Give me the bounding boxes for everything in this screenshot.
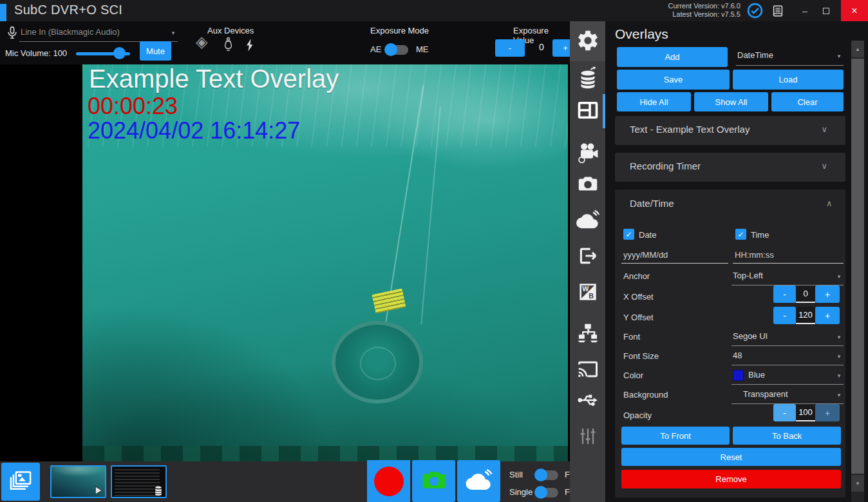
exposure-mode-toggle[interactable] — [386, 45, 408, 55]
opacity-value[interactable]: 100 — [796, 404, 815, 421]
top-toolbar: Line In (Blackmagic Audio) ▼ Mic Volume:… — [0, 21, 570, 64]
load-overlays-button[interactable]: Load — [733, 70, 844, 90]
maximize-button[interactable] — [815, 0, 837, 21]
still-toggle[interactable] — [536, 470, 558, 480]
chevron-down-icon: ▼ — [171, 30, 176, 36]
exposure-value-minus-button[interactable]: - — [495, 39, 525, 57]
x-offset-value[interactable]: 0 — [796, 285, 815, 303]
date-checkbox[interactable]: ✓ — [623, 229, 634, 240]
to-back-button[interactable]: To Back — [733, 427, 841, 445]
y-offset-value[interactable]: 120 — [796, 307, 815, 324]
aux-strobe-icon[interactable] — [244, 36, 256, 54]
sidebar-item-network[interactable] — [570, 320, 605, 349]
icon-sidebar: WB — [570, 21, 605, 502]
gear-icon — [576, 28, 600, 55]
exposure-mode-toggle-knob — [384, 43, 397, 56]
sidebar-item-adjustments[interactable] — [570, 423, 605, 452]
sidebar-item-video-settings[interactable] — [570, 140, 605, 168]
chevron-down-icon: ∨ — [821, 161, 827, 171]
sidebar-item-white-balance[interactable]: WB — [570, 279, 605, 307]
scrollbar-down-arrow[interactable]: ▼ — [851, 475, 864, 492]
video-clip-thumbnail[interactable] — [50, 465, 106, 498]
opacity-plus-button[interactable]: + — [815, 404, 840, 421]
audio-input-value: Line In (Blackmagic Audio) — [21, 27, 120, 37]
database-icon — [153, 485, 164, 496]
chevron-down-icon: ▼ — [836, 373, 842, 379]
sidebar-item-snapshot[interactable] — [570, 171, 605, 199]
play-icon — [92, 485, 104, 496]
video-preview[interactable]: Example Text Overlay 00:00:23 2024/04/02… — [82, 64, 568, 461]
scrollbar-up-arrow[interactable]: ▲ — [851, 41, 864, 57]
section-recording-timer[interactable]: Recording Timer ∨ — [615, 153, 845, 182]
ae-label: AE — [370, 44, 381, 54]
version-ok-icon[interactable] — [747, 3, 763, 19]
overlay-type-dropdown[interactable]: DateTime ▼ — [736, 48, 844, 66]
app-title: SubC DVR+O SCI — [14, 3, 122, 17]
maximize-icon — [823, 8, 829, 14]
media-gallery-button[interactable] — [1, 463, 40, 501]
usb-icon — [576, 389, 599, 414]
still-partial-label: F — [565, 470, 570, 479]
panel-scrollbar-thumb[interactable] — [851, 59, 864, 474]
section-datetime-title[interactable]: Date/Time — [630, 198, 674, 209]
background-value: Transparent — [743, 389, 788, 399]
sliders-icon — [578, 426, 598, 449]
font-dropdown[interactable]: Segoe UI ▼ — [731, 329, 844, 346]
data-log-thumbnail[interactable] — [111, 465, 167, 498]
chevron-down-icon: ▼ — [836, 354, 842, 360]
section-text-overlay[interactable]: Text - Example Text Overlay ∨ — [615, 116, 845, 145]
record-button[interactable] — [367, 460, 410, 502]
sidebar-item-overlays[interactable] — [570, 97, 605, 126]
time-format-input[interactable]: HH:mm:ss — [733, 248, 844, 264]
current-version: Current Version: v7.6.0 — [637, 2, 741, 10]
save-overlays-button[interactable]: Save — [617, 70, 730, 90]
section-recording-timer-title: Recording Timer — [630, 160, 701, 171]
sidebar-item-usb[interactable] — [570, 387, 605, 416]
mute-button[interactable]: Mute — [140, 41, 171, 61]
date-format-input[interactable]: yyyy/MM/dd — [621, 248, 728, 264]
audio-input-dropdown[interactable]: Line In (Blackmagic Audio) ▼ — [19, 25, 178, 42]
section-text-overlay-title: Text - Example Text Overlay — [630, 124, 750, 135]
sidebar-item-export[interactable] — [570, 243, 605, 271]
manual-book-icon[interactable] — [771, 4, 785, 18]
background-dropdown[interactable]: Transparent ▼ — [731, 387, 844, 404]
to-front-button[interactable]: To Front — [621, 427, 730, 445]
sidebar-item-cast[interactable] — [570, 356, 605, 385]
aux-diamond-icon[interactable]: ◈ — [196, 33, 207, 51]
hide-all-button[interactable]: Hide All — [617, 92, 691, 111]
remove-button[interactable]: Remove — [621, 470, 841, 488]
text-overlay: Example Text Overlay — [89, 64, 339, 93]
overlays-panel: Overlays Add DateTime ▼ Save Load Hide A… — [605, 21, 868, 502]
x-offset-minus-button[interactable]: - — [773, 285, 796, 303]
cloud-upload-button[interactable] — [457, 460, 500, 502]
close-button[interactable]: × — [841, 0, 868, 21]
show-all-button[interactable]: Show All — [694, 92, 768, 111]
anchor-dropdown[interactable]: Top-Left ▼ — [731, 269, 844, 285]
mic-volume-slider-knob[interactable] — [113, 47, 126, 59]
aux-lantern-icon[interactable] — [222, 35, 235, 55]
x-offset-plus-button[interactable]: + — [815, 285, 840, 303]
export-arrow-icon — [577, 245, 599, 269]
minimize-button[interactable]: – — [794, 0, 816, 21]
panel-title: Overlays — [615, 26, 668, 42]
snapshot-button[interactable] — [412, 460, 455, 502]
y-offset-minus-button[interactable]: - — [773, 307, 796, 324]
reset-button[interactable]: Reset — [621, 448, 841, 466]
chevron-down-icon: ▼ — [836, 53, 842, 59]
time-checkbox[interactable]: ✓ — [735, 229, 746, 240]
color-dropdown[interactable]: Blue ▼ — [731, 368, 844, 385]
font-size-dropdown[interactable]: 48 ▼ — [731, 349, 844, 365]
clear-button[interactable]: Clear — [771, 92, 844, 111]
title-bar: SubC DVR+O SCI Current Version: v7.6.0 L… — [0, 0, 868, 21]
still-toggle-knob — [534, 468, 547, 481]
opacity-minus-button[interactable]: - — [773, 404, 796, 421]
add-overlay-button[interactable]: Add — [617, 47, 728, 67]
chevron-up-icon[interactable]: ∧ — [826, 198, 833, 208]
color-swatch — [733, 370, 744, 381]
sidebar-item-data-storage[interactable] — [570, 65, 605, 93]
y-offset-plus-button[interactable]: + — [815, 307, 840, 324]
single-toggle[interactable] — [536, 488, 558, 497]
chevron-down-icon: ∨ — [821, 124, 827, 134]
sidebar-item-settings[interactable] — [570, 28, 605, 56]
sidebar-item-cloud[interactable] — [570, 207, 605, 235]
